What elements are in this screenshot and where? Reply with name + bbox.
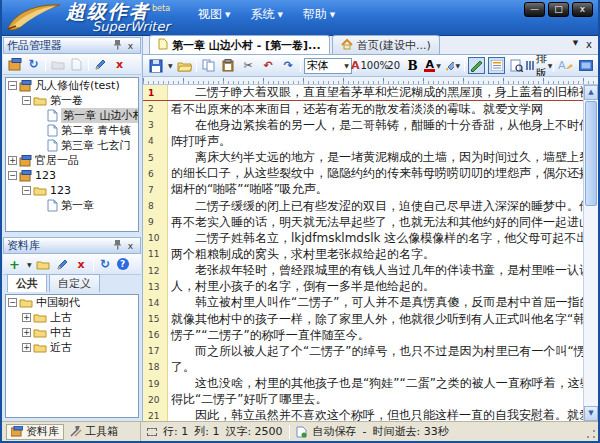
delete-icon[interactable]: x: [112, 57, 127, 72]
refresh-icon[interactable]: ↻: [26, 57, 41, 72]
new-work-icon[interactable]: [7, 57, 22, 72]
collapse-icon[interactable]: −: [8, 171, 17, 180]
tree-item[interactable]: +上古: [6, 310, 138, 325]
editor-line[interactable]: 4阵打呼声。: [143, 133, 583, 149]
editor-line[interactable]: 11两个粗粮制成的窝头，求村里老张叔给起的名字。: [143, 246, 583, 262]
cut-icon[interactable]: ✂: [240, 57, 257, 74]
help-icon[interactable]: ?: [117, 258, 129, 270]
pin-icon[interactable]: [111, 39, 124, 52]
format-text-button[interactable]: A: [557, 57, 574, 74]
tree-item[interactable]: −123: [6, 183, 138, 198]
scrollbar-thumb[interactable]: [585, 101, 597, 206]
copy-icon[interactable]: [200, 57, 217, 74]
editor-line[interactable]: 12 老张叔年轻时，曾经跟城里的有钱人当过几年的伴读书童，是村里唯一认识几个字的…: [143, 263, 583, 279]
editor-line[interactable]: 14 韩立被村里人叫作“二愣子”，可人并不是真愣真傻，反而是村中首屈一指的聪明孩…: [143, 295, 583, 311]
editor-line[interactable]: 8 二愣子缓缓的闭上已有些发涩的双目，迫使自己尽早进入深深的睡梦中。他心里非常清…: [143, 198, 583, 214]
line-text[interactable]: 就像其他村中的孩子一样，除了家里人外，他就很少听到有人正式叫他名字“韩立”，倒是…: [168, 311, 583, 328]
expand-icon[interactable]: +: [22, 343, 31, 352]
editor-line[interactable]: 18了。: [143, 359, 583, 375]
print-preview-icon[interactable]: [508, 57, 525, 74]
editor-line[interactable]: 10 二愣子姓韩名立，lkjdfmsklmdslk 这么像模像样的名字，他父母可…: [143, 230, 583, 246]
maximize-button[interactable]: □: [548, 2, 569, 17]
tree-item[interactable]: −123: [6, 168, 138, 183]
bottom-tab-library[interactable]: 资料库: [6, 424, 64, 440]
tab-public[interactable]: 公共: [7, 274, 47, 292]
add-entry-dropdown-icon[interactable]: ▼: [27, 261, 32, 268]
line-text[interactable]: 老张叔年轻时，曾经跟城里的有钱人当过几年的伴读书童，是村里唯一认识几个字的读书: [168, 262, 583, 279]
tree-item[interactable]: 第二章 青牛镇: [6, 123, 138, 138]
new-page-icon[interactable]: [69, 57, 84, 72]
collapse-icon[interactable]: −: [8, 81, 17, 90]
line-text[interactable]: 因此，韩立虽然并不喜欢这个称呼，但也只能这样一直的自我安慰着。就爱文学网: [168, 407, 583, 421]
line-text[interactable]: 两个粗粮制成的窝头，求村里老张叔给起的名字。: [168, 246, 583, 263]
document-tab-1[interactable]: 首页(建设中...): [332, 35, 440, 54]
work-manager-close-icon[interactable]: x: [124, 41, 137, 51]
tab-list-dropdown-icon[interactable]: ▼: [573, 39, 578, 50]
line-text[interactable]: 阵打呼声。: [168, 133, 583, 150]
layout-button[interactable]: 排版 ▼: [528, 57, 550, 74]
refresh-icon[interactable]: ↻: [98, 257, 113, 272]
new-folder-icon[interactable]: [50, 57, 65, 72]
editor-line[interactable]: 13人，村里小孩子的名字，倒有一多半是他给起的。: [143, 279, 583, 295]
line-text[interactable]: 愣子”“二愣子”的称呼一直伴随至今。: [168, 327, 583, 344]
open-folder-icon[interactable]: [36, 257, 51, 272]
font-family-select[interactable]: 宋体 ▼: [304, 58, 352, 74]
line-text[interactable]: 二愣子姓韩名立，lkjdfmsklmdslk 这么像模像样的名字，他父母可起不出…: [168, 230, 583, 247]
bold-button[interactable]: B: [404, 57, 421, 74]
line-text[interactable]: 而之所以被人起了个“二愣子”的绰号，也只不过是因为村里已有一个叫“愣子”的孩子: [168, 343, 583, 360]
line-text[interactable]: 了。: [168, 359, 583, 376]
expand-icon[interactable]: +: [22, 313, 31, 322]
line-text[interactable]: 得比“二愣子”好听了哪里去。: [168, 391, 583, 408]
editor-line[interactable]: 17 而之所以被人起了个“二愣子”的绰号，也只不过是因为村里已有一个叫“愣子”的…: [143, 343, 583, 359]
editor-line[interactable]: 16愣子”“二愣子”的称呼一直伴随至今。: [143, 327, 583, 343]
line-text[interactable]: 的细长口子，从这些裂纹中，隐隐约约的传来韩母唠唠叨叨的埋怨声，偶尔还掺杂着韩父，…: [168, 165, 583, 182]
editor-line[interactable]: 3 在他身边紧挨着的另一人，是二哥韩铸，酣睡的十分香甜，从他身上不时传来轻重不一…: [143, 117, 583, 133]
line-text[interactable]: 看不出原来的本来面目，还若有若无的散发着淡淡的霉味。就爱文学网: [168, 101, 583, 118]
collapse-icon[interactable]: −: [22, 96, 31, 105]
resize-grip[interactable]: [585, 428, 597, 440]
tree-item[interactable]: +官居一品: [6, 153, 138, 168]
scroll-up-icon[interactable]: ▲: [584, 85, 598, 100]
add-entry-icon[interactable]: +: [7, 257, 22, 272]
line-text[interactable]: 烟杆的“啪嗒”“啪嗒”吸允声。: [168, 181, 583, 198]
editor-line[interactable]: 9再不老实入睡的话，明天就无法早起些了，也就无法和其他约好的同伴一起进山拣干柴。: [143, 214, 583, 230]
menu-视图[interactable]: 视图▼: [198, 6, 230, 23]
minimize-button[interactable]: —: [524, 2, 545, 17]
zoom-control[interactable]: A 100%: [359, 57, 381, 74]
menu-帮助[interactable]: 帮助▼: [303, 6, 335, 23]
close-button[interactable]: x: [572, 2, 593, 17]
line-text[interactable]: 这也没啥，村里的其他孩子也是“狗娃”“二蛋”之类的被人一直称呼着，这些名字也不见: [168, 375, 583, 392]
edit-mode-toggle[interactable]: [468, 57, 485, 74]
tab-custom[interactable]: 自定义: [49, 274, 100, 292]
collapse-icon[interactable]: −: [22, 186, 31, 195]
editor-line[interactable]: 7烟杆的“啪嗒”“啪嗒”吸允声。: [143, 182, 583, 198]
tree-item[interactable]: −中国朝代: [6, 295, 138, 310]
line-text[interactable]: 二愣子睁大着双眼，直直望着茅草和烂泥糊成的黑屋顶，身上盖着的旧棉被，已呈深黄色，: [168, 85, 583, 101]
collapse-icon[interactable]: −: [8, 298, 17, 307]
tree-item[interactable]: +中古: [6, 325, 138, 340]
vertical-scrollbar[interactable]: ▲ ▼: [583, 85, 598, 421]
save-icon[interactable]: [147, 57, 164, 74]
editor-line[interactable]: 6的细长口子，从这些裂纹中，隐隐约约的传来韩母唠唠叨叨的埋怨声，偶尔还掺杂着韩父…: [143, 166, 583, 182]
font-color-button[interactable]: A ▼: [424, 57, 441, 74]
library-close-icon[interactable]: x: [124, 241, 137, 251]
line-text[interactable]: 韩立被村里人叫作“二愣子”，可人并不是真愣真傻，反而是村中首屈一指的聪明孩子，但: [168, 294, 583, 311]
editor-line[interactable]: 2看不出原来的本来面目，还若有若无的散发着淡淡的霉味。就爱文学网: [143, 101, 583, 117]
fullscreen-button[interactable]: [577, 57, 594, 74]
line-text[interactable]: 在他身边紧挨着的另一人，是二哥韩铸，酣睡的十分香甜，从他身上不时传来轻重不一的阵: [168, 117, 583, 134]
expand-icon[interactable]: +: [22, 328, 31, 337]
edit-pencil-icon[interactable]: [93, 57, 108, 72]
editor-line[interactable]: 15就像其他村中的孩子一样，除了家里人外，他就很少听到有人正式叫他名字“韩立”，…: [143, 311, 583, 327]
tree-item[interactable]: 第一章 山边小村: [6, 108, 138, 123]
edit-pencil-icon[interactable]: [55, 257, 70, 272]
delete-icon[interactable]: x: [74, 257, 89, 272]
tree-item[interactable]: −凡人修仙传(test): [6, 78, 138, 93]
menu-系统[interactable]: 系统▼: [250, 6, 282, 23]
line-text[interactable]: 二愣子缓缓的闭上已有些发涩的双目，迫使自己尽早进入深深的睡梦中。他心里非常清楚，: [168, 198, 583, 215]
editor-line[interactable]: 19 这也没啥，村里的其他孩子也是“狗娃”“二蛋”之类的被人一直称呼着，这些名字…: [143, 376, 583, 392]
open-file-icon[interactable]: [176, 57, 193, 74]
line-text[interactable]: 再不老实入睡的话，明天就无法早起些了，也就无法和其他约好的同伴一起进山拣干柴。: [168, 214, 583, 231]
document-tab-0[interactable]: 第一章 山边小村 - [第一卷]...: [149, 35, 330, 54]
outline-view-toggle[interactable]: [488, 57, 505, 74]
tree-item[interactable]: 第一章: [6, 198, 138, 213]
